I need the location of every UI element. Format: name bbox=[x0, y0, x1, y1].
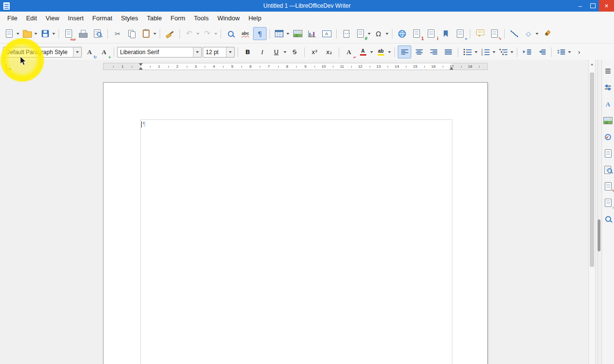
insert-footnote-button[interactable]: 1 bbox=[410, 27, 423, 40]
strikethrough-button[interactable]: S bbox=[288, 45, 301, 58]
menu-format[interactable]: Format bbox=[88, 13, 117, 24]
menu-styles[interactable]: Styles bbox=[117, 13, 142, 24]
outline-list-button[interactable] bbox=[497, 45, 514, 58]
menu-help[interactable]: Help bbox=[244, 13, 266, 24]
manage-changes-tab[interactable]: ✎ bbox=[602, 180, 614, 192]
insert-page-break-button[interactable] bbox=[340, 27, 353, 40]
tab-stop-type-selector[interactable] bbox=[6, 64, 11, 70]
insert-endnote-button[interactable]: i bbox=[424, 27, 438, 40]
spelling-button[interactable]: abc bbox=[239, 27, 252, 40]
menu-window[interactable]: Window bbox=[213, 13, 244, 24]
paste-button[interactable] bbox=[140, 27, 157, 40]
cut-button[interactable]: ✂ bbox=[111, 27, 124, 40]
menu-table[interactable]: Table bbox=[142, 13, 166, 24]
ruler-tick bbox=[278, 66, 279, 68]
clone-formatting-button[interactable] bbox=[163, 27, 177, 40]
font-size-combobox[interactable]: 12 pt bbox=[203, 47, 235, 58]
ordered-list-button[interactable]: 123 bbox=[479, 45, 496, 58]
ruler-tick bbox=[370, 66, 370, 68]
update-style-button[interactable]: A↻ bbox=[83, 45, 96, 58]
insert-special-character-button[interactable]: Ω bbox=[372, 27, 389, 40]
first-line-indent-marker[interactable] bbox=[139, 63, 143, 66]
right-indent-marker[interactable] bbox=[449, 67, 453, 70]
scrollbar-thumb[interactable] bbox=[590, 73, 594, 267]
insert-cross-reference-button[interactable]: » bbox=[453, 27, 467, 40]
find-tab[interactable] bbox=[602, 213, 614, 225]
unordered-list-button[interactable] bbox=[461, 45, 478, 58]
underline-button[interactable]: U bbox=[270, 45, 287, 58]
find-and-replace-button[interactable] bbox=[224, 27, 238, 40]
properties-tab[interactable] bbox=[602, 81, 614, 94]
menu-file[interactable]: File bbox=[3, 13, 22, 24]
line-spacing-button[interactable]: ↕ bbox=[554, 45, 571, 58]
insert-chart-button[interactable] bbox=[305, 27, 319, 40]
new-style-icon: A+ bbox=[98, 46, 110, 58]
menu-tools[interactable]: Tools bbox=[190, 13, 213, 24]
sidebar-settings-tab[interactable] bbox=[602, 65, 614, 77]
insert-field-button[interactable]: # bbox=[354, 27, 371, 40]
export-pdf-button[interactable]: PDF bbox=[62, 27, 75, 40]
outline-list-icon bbox=[497, 46, 509, 58]
insert-table-button[interactable] bbox=[273, 27, 290, 40]
paragraph-style-dropdown-button[interactable] bbox=[73, 47, 81, 57]
paragraph-style-combobox[interactable]: Default Paragraph Style bbox=[3, 47, 82, 58]
insert-text-box-button[interactable]: A bbox=[320, 27, 333, 40]
sidebar-hide-handle[interactable] bbox=[598, 219, 600, 251]
menu-insert[interactable]: Insert bbox=[63, 13, 88, 24]
font-name-combobox[interactable]: Liberation Serif bbox=[117, 47, 202, 58]
new-document-button[interactable] bbox=[3, 27, 20, 40]
print-preview-button[interactable] bbox=[91, 27, 105, 40]
menu-view[interactable]: View bbox=[41, 13, 63, 24]
insert-image-button[interactable] bbox=[291, 27, 304, 40]
accessibility-check-tab[interactable]: ✓ bbox=[602, 196, 614, 209]
insert-bookmark-button[interactable] bbox=[439, 27, 452, 40]
insert-comment-button[interactable] bbox=[473, 27, 487, 40]
clear-direct-formatting-button[interactable]: A▰ bbox=[342, 45, 356, 58]
italic-button[interactable]: I bbox=[255, 45, 269, 58]
menu-edit[interactable]: Edit bbox=[22, 13, 41, 24]
scroll-up-button[interactable]: ▲ bbox=[589, 60, 595, 68]
align-right-button[interactable] bbox=[427, 45, 440, 58]
toolbar-overflow-button[interactable]: › bbox=[572, 45, 586, 58]
left-indent-marker[interactable] bbox=[139, 67, 143, 70]
insert-line-button[interactable] bbox=[508, 27, 521, 40]
increase-indent-button[interactable] bbox=[520, 45, 534, 58]
basic-shapes-button[interactable]: ◇ bbox=[522, 27, 539, 40]
undo-button[interactable]: ↶ bbox=[183, 27, 200, 40]
maximize-button[interactable] bbox=[586, 0, 599, 12]
insert-endnote-icon: i bbox=[425, 28, 437, 40]
font-color-button[interactable]: A bbox=[357, 45, 374, 58]
menu-form[interactable]: Form bbox=[166, 13, 189, 24]
bold-button[interactable]: B bbox=[241, 45, 255, 58]
subscript-button[interactable]: x₂ bbox=[322, 45, 336, 58]
vertical-scrollbar[interactable]: ▲ bbox=[588, 60, 596, 364]
gallery-tab[interactable] bbox=[602, 114, 614, 127]
track-changes-button[interactable]: ✎ bbox=[488, 27, 501, 40]
close-button[interactable]: × bbox=[599, 0, 614, 12]
decrease-indent-button[interactable] bbox=[535, 45, 548, 58]
style-inspector-tab[interactable] bbox=[602, 163, 614, 176]
navigator-tab[interactable] bbox=[602, 131, 614, 143]
superscript-button[interactable]: x² bbox=[308, 45, 321, 58]
page-deck-tab[interactable] bbox=[602, 147, 614, 160]
new-style-button[interactable]: A+ bbox=[97, 45, 111, 58]
copy-button[interactable] bbox=[125, 27, 139, 40]
highlighting-color-button[interactable]: ab bbox=[374, 45, 391, 58]
show-draw-functions-button[interactable] bbox=[540, 27, 554, 40]
open-button[interactable] bbox=[21, 27, 38, 40]
formatting-marks-button[interactable]: ¶ bbox=[253, 27, 267, 40]
save-button[interactable] bbox=[39, 27, 56, 40]
minimize-button[interactable]: – bbox=[574, 0, 586, 12]
print-button[interactable] bbox=[76, 27, 90, 40]
align-center-button[interactable] bbox=[412, 45, 426, 58]
toolbar-separator bbox=[392, 29, 392, 39]
align-justify-button[interactable] bbox=[441, 45, 455, 58]
ruler[interactable]: 1123456789101112131415161718 bbox=[103, 63, 488, 70]
insert-hyperlink-button[interactable] bbox=[395, 27, 409, 40]
redo-button[interactable]: ↷ bbox=[201, 27, 218, 40]
font-size-dropdown-button[interactable] bbox=[226, 47, 234, 57]
page[interactable]: ¶ bbox=[103, 82, 488, 364]
styles-tab[interactable]: A bbox=[602, 98, 614, 110]
align-left-button[interactable] bbox=[398, 45, 411, 58]
font-name-dropdown-button[interactable] bbox=[193, 47, 201, 57]
